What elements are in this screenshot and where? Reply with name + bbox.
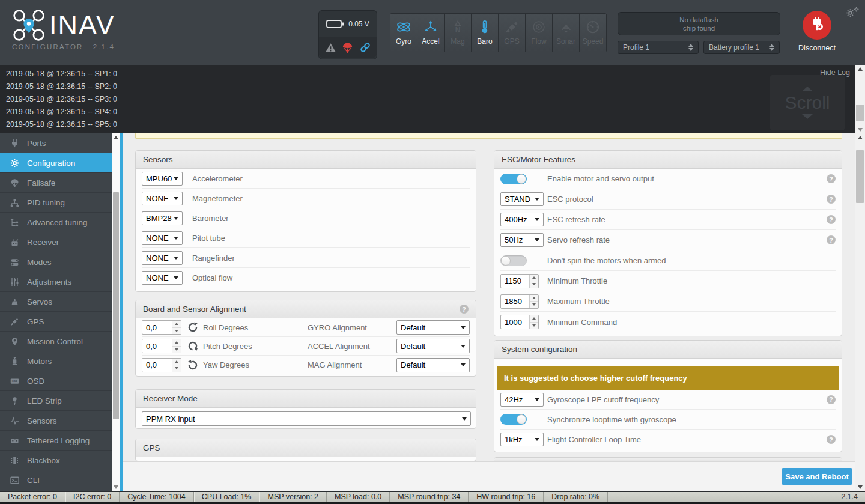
help-icon[interactable]: ?	[460, 305, 469, 314]
number-value: 1850	[501, 295, 529, 308]
profile-select[interactable]: Profile 1	[618, 41, 699, 54]
pitot-tube-select[interactable]: NONE	[142, 231, 183, 245]
sidebar-item-servos[interactable]: Servos	[0, 292, 112, 312]
sidebar-item-modes[interactable]: Modes	[0, 252, 112, 272]
sidebar-item-cli[interactable]: CLI	[0, 470, 112, 490]
chevron-up-icon	[802, 87, 813, 91]
number-stepper[interactable]	[172, 339, 181, 353]
mag-alignment-select[interactable]: Default	[396, 358, 470, 372]
pitch-degrees-input[interactable]: 0,0	[142, 339, 181, 353]
scroll-up-arrow[interactable]	[855, 65, 865, 73]
rangefinder-select[interactable]: NONE	[142, 251, 183, 265]
gyroscope-lpf-cutoff-frequency-select[interactable]: 42Hz	[500, 393, 544, 407]
sidebar-item-adjustments[interactable]: Adjustments	[0, 272, 112, 292]
scrollbar-thumb[interactable]	[856, 150, 864, 203]
yaw-degrees-input[interactable]: 0,0	[142, 358, 181, 372]
sidebar-item-tethered-logging[interactable]: Tethered Logging	[0, 431, 112, 451]
enable-motor-and-servo-output-toggle[interactable]	[500, 174, 527, 184]
stepper-down-arrow[interactable]	[172, 365, 181, 372]
don-t-spin-the-motors-when-armed-toggle[interactable]	[500, 255, 527, 266]
sidebar-item-blackbox[interactable]: Blackbox	[0, 451, 112, 470]
panel-gps: GPS	[135, 439, 476, 461]
osd-icon: OSD	[8, 376, 20, 386]
disconnect-button[interactable]: Disconnect	[790, 11, 844, 52]
maximum-throttle-input[interactable]: 1850	[500, 294, 539, 309]
scrollbar-thumb[interactable]	[113, 192, 119, 419]
receiver-mode-select[interactable]: PPM RX input	[142, 411, 471, 426]
magnetometer-select[interactable]: NONE	[142, 192, 183, 205]
number-stepper[interactable]	[529, 315, 538, 329]
stepper-up-arrow[interactable]	[172, 321, 181, 328]
stepper-up-arrow[interactable]	[530, 275, 538, 282]
minimum-command-input[interactable]: 1000	[500, 315, 539, 329]
rc-icon	[8, 237, 20, 247]
parachute-icon	[8, 178, 20, 187]
sidebar-item-receiver[interactable]: Receiver	[0, 232, 112, 252]
help-icon[interactable]: ?	[827, 174, 836, 183]
stepper-down-arrow[interactable]	[172, 347, 181, 353]
sidebar-item-osd[interactable]: OSDOSD	[0, 371, 112, 391]
setting-row-don-t-spin-the-motors-when-armed: Don't spin the motors when armed	[500, 250, 836, 271]
number-stepper[interactable]	[529, 275, 538, 288]
esc-protocol-select[interactable]: STAND	[500, 192, 544, 206]
help-icon[interactable]: ?	[827, 215, 836, 224]
number-stepper[interactable]	[529, 295, 538, 308]
led-icon	[8, 396, 20, 405]
barometer-select[interactable]: BMP28	[142, 211, 183, 225]
stepper-up-arrow[interactable]	[530, 315, 538, 323]
help-icon[interactable]: ?	[827, 395, 836, 404]
save-and-reboot-button[interactable]: Save and Reboot	[782, 468, 852, 485]
gyro-alignment-select[interactable]: Default	[396, 320, 470, 335]
log-line: 2019-05-18 @ 12:36:15 -- SP1: 0	[6, 68, 117, 80]
number-stepper[interactable]	[172, 359, 181, 372]
accelerometer-select[interactable]: MPU60	[142, 172, 183, 186]
help-icon[interactable]: ?	[827, 235, 836, 244]
content-scrollbar[interactable]	[855, 133, 865, 491]
esc-refresh-rate-select[interactable]: 400Hz	[500, 213, 544, 226]
battery-profile-select[interactable]: Battery profile 1	[703, 41, 780, 54]
sidebar-item-sensors[interactable]: Sensors	[0, 411, 112, 431]
scrollbar-thumb[interactable]	[856, 105, 864, 121]
stepper-down-arrow[interactable]	[530, 281, 538, 288]
setting-row-accelerometer: MPU60Accelerometer	[142, 169, 470, 189]
servo-refresh-rate-select[interactable]: 50Hz	[500, 233, 544, 247]
log-scrollbar[interactable]	[855, 65, 865, 133]
scroll-up-arrow[interactable]	[855, 133, 865, 141]
scroll-down-arrow[interactable]	[112, 483, 120, 491]
stepper-up-arrow[interactable]	[172, 359, 181, 366]
minimum-throttle-input[interactable]: 1150	[500, 274, 539, 288]
help-icon[interactable]: ?	[827, 195, 836, 204]
sidebar-item-ports[interactable]: Ports	[0, 133, 112, 153]
control-slot: 1kHz	[500, 433, 547, 446]
sidebar-item-led-strip[interactable]: LED Strip	[0, 391, 112, 411]
help-icon[interactable]: ?	[827, 435, 836, 444]
sidebar-item-motors[interactable]: Motors	[0, 351, 112, 371]
stepper-up-arrow[interactable]	[172, 339, 181, 347]
control-slot: 1000	[500, 315, 547, 329]
sidebar-item-pid-tuning[interactable]: PID tuning	[0, 193, 112, 213]
sidebar-scrollbar[interactable]	[112, 133, 120, 491]
sidebar-item-mission-control[interactable]: Mission Control	[0, 332, 112, 351]
sidebar-item-failsafe[interactable]: Failsafe	[0, 173, 112, 193]
synchronize-looptime-with-gyroscope-toggle[interactable]	[500, 414, 527, 425]
sidebar-item-configuration[interactable]: Configuration	[0, 153, 112, 173]
stepper-down-arrow[interactable]	[530, 302, 538, 308]
number-stepper[interactable]	[172, 321, 181, 334]
stepper-down-arrow[interactable]	[530, 323, 538, 329]
sidebar-item-gps[interactable]: GPS	[0, 312, 112, 332]
sitemap-icon	[8, 198, 20, 207]
scroll-up-arrow[interactable]	[112, 133, 120, 141]
log-scroll-widget[interactable]: Scroll	[770, 75, 845, 130]
accel-alignment-select[interactable]: Default	[396, 339, 470, 353]
scroll-down-arrow[interactable]	[855, 483, 865, 491]
settings-gear-icon[interactable]	[846, 7, 859, 19]
roll-degrees-input[interactable]: 0,0	[142, 320, 181, 335]
flight-controller-loop-time-select[interactable]: 1kHz	[500, 433, 544, 446]
scroll-down-arrow[interactable]	[855, 126, 865, 133]
optical-flow-select[interactable]: NONE	[142, 271, 183, 285]
gps-icon	[505, 18, 520, 36]
stepper-down-arrow[interactable]	[172, 328, 181, 335]
stepper-up-arrow[interactable]	[530, 295, 538, 302]
sidebar-item-advanced-tuning[interactable]: Advanced tuning	[0, 213, 112, 232]
up-triangle-icon	[532, 317, 536, 320]
